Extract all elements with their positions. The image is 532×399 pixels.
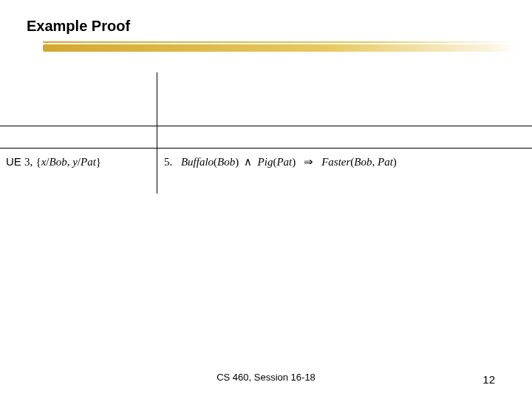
- subst-close: }: [96, 156, 101, 168]
- footer-page-number: 12: [482, 373, 495, 386]
- table-hline-2: [0, 148, 532, 149]
- pred2-arg: Pat: [276, 156, 292, 168]
- underline-thick: [43, 44, 516, 52]
- subst-y-val: Pat: [81, 156, 96, 168]
- implies-symbol: ⇒: [304, 156, 313, 168]
- pred-pig: Pig: [258, 156, 273, 168]
- subst-y-var: y: [72, 156, 78, 168]
- subst-open: {: [35, 156, 41, 168]
- table-hline-1: [0, 126, 532, 126]
- underline-thin: [43, 41, 516, 43]
- pred-buffalo: Buffalo: [181, 156, 214, 168]
- footer-course: CS 460, Session 16-18: [0, 372, 532, 383]
- implies-op: ⇒: [299, 156, 318, 168]
- step-num: 5.: [164, 156, 172, 168]
- pred3-rp: ): [393, 156, 397, 168]
- pred3-arg2: Pat: [378, 156, 393, 168]
- pred2-rp: ): [292, 156, 296, 168]
- proof-row-right: 5. Buffalo(Bob) ∧ Pig(Pat) ⇒ Faster(Bob,…: [164, 155, 397, 168]
- pred1-rp: ): [235, 156, 239, 168]
- title-underline: [43, 41, 516, 56]
- proof-row-left: UE 3, {x/Bob, y/Pat}: [6, 155, 101, 168]
- table-vertical-divider: [157, 72, 157, 194]
- slide-title: Example Proof: [27, 18, 130, 35]
- rule-ref: 3,: [24, 156, 33, 168]
- pred-faster: Faster: [321, 156, 350, 168]
- subst-x-val: Bob: [49, 156, 66, 168]
- pred1-arg: Bob: [217, 156, 235, 168]
- rule-label: UE: [6, 155, 21, 168]
- pred3-arg1: Bob: [354, 156, 372, 168]
- and-op: ∧: [242, 156, 254, 168]
